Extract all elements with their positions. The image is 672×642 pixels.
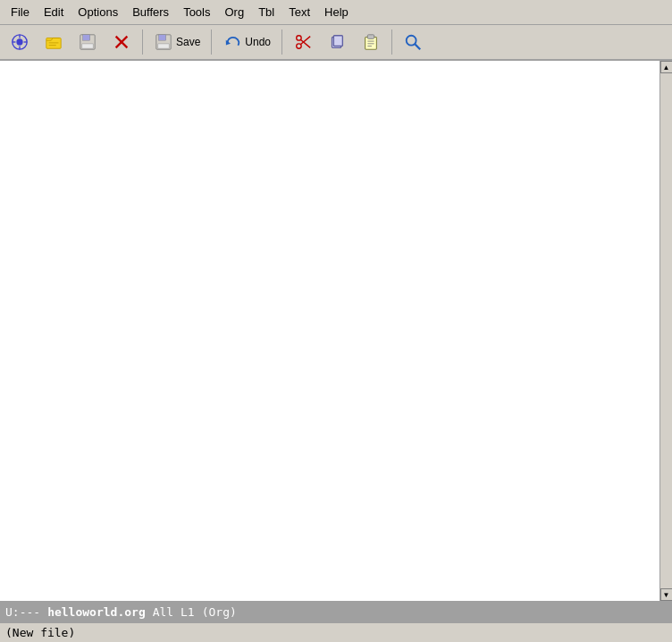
separator-3 (281, 30, 282, 55)
message-text: (New file) (5, 626, 75, 639)
pin-icon (10, 32, 29, 52)
messagebar: (New file) (0, 622, 672, 642)
menu-file[interactable]: File (4, 4, 37, 21)
pin-button[interactable] (4, 28, 36, 56)
menu-buffers[interactable]: Buffers (125, 4, 176, 21)
close-x-icon (112, 32, 131, 52)
svg-line-28 (415, 44, 420, 49)
save-button[interactable]: Save (147, 28, 206, 56)
svg-rect-8 (83, 35, 90, 40)
copy-button[interactable] (321, 28, 353, 56)
separator-2 (211, 30, 212, 55)
svg-point-1 (16, 38, 22, 45)
svg-rect-23 (367, 35, 374, 39)
cut-button[interactable] (287, 28, 319, 56)
svg-rect-9 (82, 44, 94, 48)
cut-icon (293, 32, 313, 52)
menu-options[interactable]: Options (71, 4, 125, 21)
menu-edit[interactable]: Edit (37, 4, 71, 21)
status-mode: U:--- (5, 605, 40, 619)
editor-container: ▲ ▼ (0, 61, 672, 601)
scrollbar-down[interactable]: ▼ (660, 588, 673, 601)
search-button[interactable] (397, 28, 429, 56)
statusbar: U:--- helloworld.org All L1 (Org) (0, 601, 672, 622)
status-position: All L1 (153, 605, 195, 619)
svg-rect-14 (158, 44, 170, 48)
menu-text[interactable]: Text (281, 4, 317, 21)
svg-rect-13 (159, 35, 166, 40)
save-file-button[interactable] (71, 28, 104, 56)
separator-1 (142, 30, 143, 55)
status-major-mode: (Org) (202, 605, 237, 619)
save-file-icon (78, 32, 97, 52)
toolbar: Save Undo (0, 25, 672, 61)
editor-area[interactable] (0, 61, 659, 601)
menu-org[interactable]: Org (217, 4, 251, 21)
menu-tbl[interactable]: Tbl (251, 4, 281, 21)
scrollbar-track[interactable] (661, 73, 672, 588)
scrollbar-up[interactable]: ▲ (660, 61, 673, 73)
undo-button[interactable]: Undo (216, 28, 277, 56)
svg-point-27 (407, 36, 416, 46)
close-button[interactable] (105, 28, 138, 56)
menu-help[interactable]: Help (317, 4, 356, 21)
open-icon (44, 32, 63, 52)
menubar: File Edit Options Buffers Tools Org Tbl … (0, 0, 672, 25)
paste-button[interactable] (355, 28, 387, 56)
separator-4 (391, 30, 392, 55)
undo-icon (223, 32, 242, 52)
paste-icon (361, 32, 381, 52)
scrollbar[interactable]: ▲ ▼ (659, 61, 672, 601)
copy-icon (327, 32, 347, 52)
svg-rect-21 (333, 36, 342, 46)
search-icon (403, 32, 423, 52)
menu-tools[interactable]: Tools (176, 4, 217, 21)
undo-label: Undo (245, 36, 271, 48)
open-button[interactable] (38, 28, 70, 56)
status-filename: helloworld.org (47, 605, 146, 619)
save-icon (154, 32, 173, 52)
save-label: Save (176, 36, 200, 48)
